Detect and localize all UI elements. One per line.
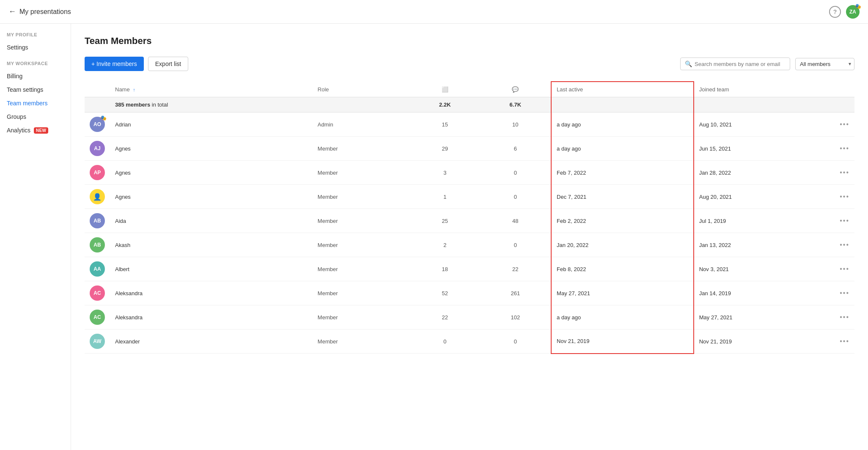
presentations-icon: ⬜	[442, 86, 448, 93]
member-joined-cell: Nov 3, 2021	[694, 257, 835, 281]
sidebar-analytics-label: Analytics	[7, 127, 30, 134]
member-avatar-cell: AW	[85, 329, 110, 354]
member-actions-cell[interactable]: •••	[835, 137, 854, 161]
table-row: AC Aleksandra Member 52 261 May 27, 2021…	[85, 281, 854, 305]
sidebar-team-settings-label: Team settings	[7, 86, 43, 93]
avatar: AJ	[90, 141, 105, 156]
member-menu-button[interactable]: •••	[840, 265, 849, 272]
member-name-cell: Agnes	[110, 137, 313, 161]
member-presentations-cell: 15	[410, 112, 480, 137]
member-avatar-cell: AA	[85, 257, 110, 281]
toolbar: + Invite members Export list 🔍 All membe…	[85, 57, 854, 71]
filter-wrap: All members Admins Members	[795, 58, 854, 70]
avatar: AA	[90, 261, 105, 277]
member-joined-cell: Nov 21, 2019	[694, 329, 835, 354]
summary-last-active-cell	[551, 97, 694, 112]
member-avatar-cell: AC	[85, 281, 110, 305]
sidebar-item-analytics[interactable]: Analytics NEW	[0, 123, 71, 137]
search-box: 🔍	[680, 58, 790, 70]
summary-text-cell: 385 members in total	[110, 97, 313, 112]
sidebar-item-settings[interactable]: Settings	[0, 41, 71, 54]
member-presentations-cell: 22	[410, 305, 480, 329]
member-name-cell: Aleksandra	[110, 305, 313, 329]
member-menu-button[interactable]: •••	[840, 313, 849, 321]
member-comments-cell: 0	[480, 233, 552, 257]
member-actions-cell[interactable]: •••	[835, 112, 854, 137]
member-joined-cell: Jun 15, 2021	[694, 137, 835, 161]
invite-members-button[interactable]: + Invite members	[85, 57, 144, 71]
member-name: Akash	[115, 242, 130, 248]
member-actions-cell[interactable]: •••	[835, 329, 854, 354]
avatar: AB	[90, 213, 105, 228]
export-list-button[interactable]: Export list	[148, 57, 188, 71]
member-presentations-cell: 29	[410, 137, 480, 161]
member-menu-button[interactable]: •••	[840, 217, 849, 224]
member-actions-cell[interactable]: •••	[835, 281, 854, 305]
topbar-right: ? ZA	[829, 5, 860, 19]
member-menu-button[interactable]: •••	[840, 145, 849, 152]
member-menu-button[interactable]: •••	[840, 289, 849, 296]
member-joined-cell: Jan 13, 2022	[694, 233, 835, 257]
member-name-cell: Aida	[110, 209, 313, 233]
member-menu-button[interactable]: •••	[840, 338, 849, 345]
member-presentations-cell: 2	[410, 233, 480, 257]
avatar: AB	[90, 237, 105, 252]
member-menu-button[interactable]: •••	[840, 193, 849, 200]
th-name-label: Name	[115, 86, 130, 93]
member-actions-cell[interactable]: •••	[835, 185, 854, 209]
member-last-active-cell: Feb 2, 2022	[551, 209, 694, 233]
member-actions-cell[interactable]: •••	[835, 233, 854, 257]
member-menu-button[interactable]: •••	[840, 241, 849, 248]
table-row: AB Akash Member 2 0 Jan 20, 2022 Jan 13,…	[85, 233, 854, 257]
member-filter-select[interactable]: All members Admins Members	[795, 58, 854, 70]
sidebar-settings-label: Settings	[7, 44, 28, 51]
back-button[interactable]: ←	[8, 7, 16, 16]
member-role-cell: Member	[313, 329, 410, 354]
member-menu-button[interactable]: •••	[840, 169, 849, 176]
avatar: AC	[90, 285, 105, 301]
summary-avatar-cell	[85, 97, 110, 112]
member-menu-button[interactable]: •••	[840, 121, 849, 128]
member-name-cell: Akash	[110, 233, 313, 257]
th-name[interactable]: Name ↑	[110, 82, 313, 97]
member-name-cell: Aleksandra	[110, 281, 313, 305]
th-presentations: ⬜	[410, 82, 480, 97]
th-last-active[interactable]: Last active	[551, 82, 694, 97]
sidebar-workspace-label: MY WORKSPACE	[0, 61, 71, 69]
avatar: 👤	[90, 189, 105, 204]
search-icon: 🔍	[685, 60, 692, 67]
member-avatar-cell: AB	[85, 233, 110, 257]
member-name: Agnes	[115, 145, 131, 152]
sidebar-item-groups[interactable]: Groups	[0, 110, 71, 123]
member-actions-cell[interactable]: •••	[835, 209, 854, 233]
member-actions-cell[interactable]: •••	[835, 257, 854, 281]
member-comments-cell: 0	[480, 185, 552, 209]
member-last-active-cell: a day ago	[551, 305, 694, 329]
member-joined-cell: Jan 14, 2019	[694, 281, 835, 305]
summary-role-cell	[313, 97, 410, 112]
sidebar-item-billing[interactable]: Billing	[0, 69, 71, 83]
member-joined-cell: Aug 10, 2021	[694, 112, 835, 137]
member-last-active-cell: Jan 20, 2022	[551, 233, 694, 257]
sidebar-item-team-members[interactable]: Team members	[0, 96, 71, 110]
layout: MY PROFILE Settings MY WORKSPACE Billing…	[0, 24, 868, 450]
sidebar-item-team-settings[interactable]: Team settings	[0, 83, 71, 96]
search-input[interactable]	[695, 61, 786, 67]
summary-joined-cell	[694, 97, 835, 112]
table-row: AJ Agnes Member 29 6 a day ago Jun 15, 2…	[85, 137, 854, 161]
member-avatar-cell: AJ	[85, 137, 110, 161]
member-presentations-cell: 0	[410, 329, 480, 354]
help-button[interactable]: ?	[829, 6, 841, 18]
member-role-cell: Admin	[313, 112, 410, 137]
member-name: Alexander	[115, 338, 140, 345]
sidebar-groups-label: Groups	[7, 113, 26, 120]
member-last-active-cell: a day ago	[551, 112, 694, 137]
member-actions-cell[interactable]: •••	[835, 305, 854, 329]
avatar[interactable]: ZA	[846, 5, 860, 19]
member-avatar-cell: AC	[85, 305, 110, 329]
member-actions-cell[interactable]: •••	[835, 161, 854, 185]
member-comments-cell: 48	[480, 209, 552, 233]
member-joined-cell: Jul 1, 2019	[694, 209, 835, 233]
table-row: 👤 Agnes Member 1 0 Dec 7, 2021 Aug 20, 2…	[85, 185, 854, 209]
members-table: Name ↑ Role ⬜ 💬 Last active Joined team	[85, 81, 854, 354]
